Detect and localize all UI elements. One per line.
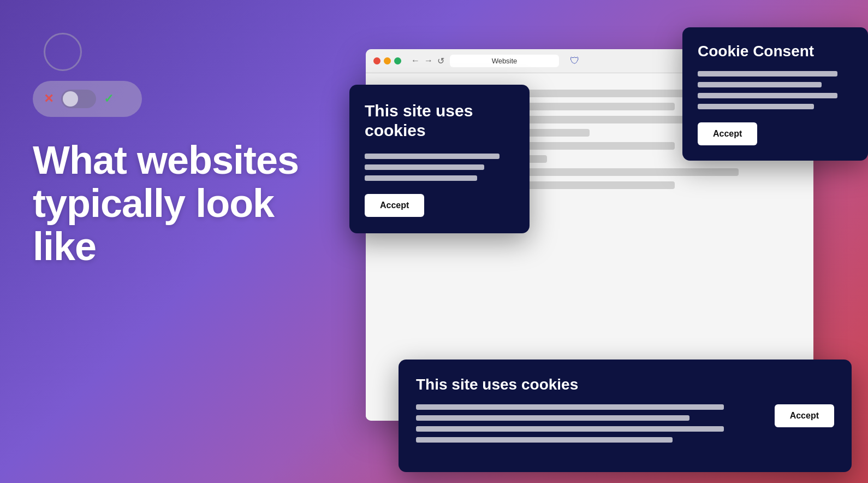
main-heading: What websites typically look like — [33, 139, 338, 269]
cookie-card-3-accept[interactable]: Accept — [775, 404, 834, 427]
forward-button[interactable]: → — [424, 56, 433, 66]
card2-line-2 — [698, 82, 822, 87]
traffic-lights — [373, 57, 401, 64]
back-button[interactable]: ← — [411, 56, 420, 66]
toggle-switch[interactable] — [61, 90, 96, 108]
toggle-knob — [63, 91, 78, 107]
heading-line1: What websites — [33, 138, 299, 182]
circle-icon — [44, 33, 82, 71]
cookie-card-1-title: This site uses cookies — [365, 101, 514, 140]
main-background: ✕ ✓ What websites typically look like — [0, 0, 868, 483]
card1-line-2 — [365, 164, 484, 170]
cookie-card-2-lines — [698, 71, 853, 109]
traffic-light-yellow[interactable] — [384, 57, 391, 64]
toggle-pill: ✕ ✓ — [33, 81, 142, 117]
cookie-card-3-title: This site uses cookies — [416, 376, 758, 393]
url-bar[interactable]: Website — [450, 55, 559, 67]
card2-line-4 — [698, 104, 814, 109]
cookie-card-3-left: This site uses cookies — [416, 376, 758, 456]
right-section: ← → ↺ Website 🛡 — [322, 0, 868, 483]
card2-line-3 — [698, 93, 837, 98]
card3-line-2 — [416, 415, 689, 421]
left-section: ✕ ✓ What websites typically look like — [33, 33, 338, 269]
nav-buttons: ← → ↺ — [411, 56, 444, 66]
traffic-light-red[interactable] — [373, 57, 381, 64]
heading-line2: typically look like — [33, 181, 274, 268]
cookie-card-3-lines — [416, 404, 758, 443]
cookie-card-1: This site uses cookies Accept — [349, 85, 530, 233]
cookie-card-2-title: Cookie Consent — [698, 43, 853, 60]
x-icon: ✕ — [44, 92, 53, 106]
card3-line-1 — [416, 404, 724, 410]
shield-icon: 🛡 — [570, 55, 580, 67]
cookie-card-1-lines — [365, 154, 514, 181]
card1-line-3 — [365, 175, 477, 181]
refresh-button[interactable]: ↺ — [437, 56, 444, 66]
cookie-card-3: This site uses cookies Accept — [399, 360, 852, 472]
card3-line-3 — [416, 426, 724, 432]
check-icon: ✓ — [104, 92, 114, 106]
card3-line-4 — [416, 437, 673, 443]
cookie-card-1-accept[interactable]: Accept — [365, 194, 424, 217]
traffic-light-green[interactable] — [394, 57, 401, 64]
icon-area: ✕ ✓ — [33, 33, 338, 117]
card1-line-1 — [365, 154, 500, 159]
cookie-card-2-accept[interactable]: Accept — [698, 122, 757, 145]
card2-line-1 — [698, 71, 837, 76]
cookie-card-2: Cookie Consent Accept — [682, 27, 868, 161]
